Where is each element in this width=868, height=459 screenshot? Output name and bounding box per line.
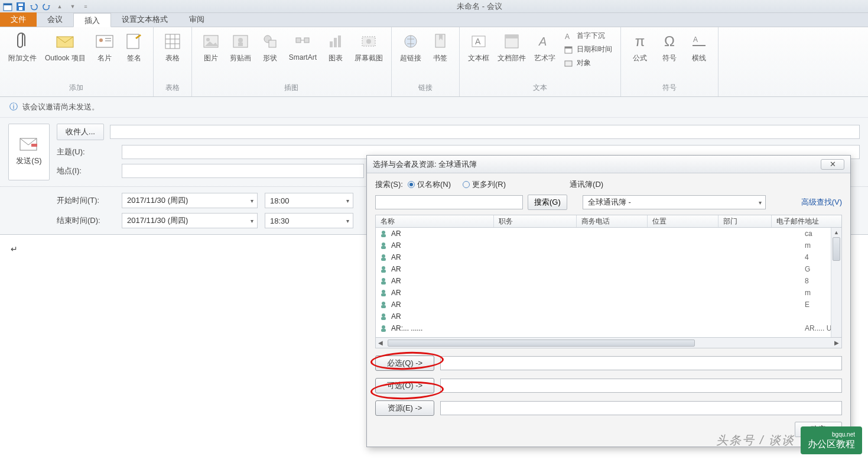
resource-input[interactable] (440, 401, 842, 415)
start-label: 开始时间(T): (57, 195, 122, 206)
hline-button[interactable]: A横线 (685, 30, 713, 66)
parts-button[interactable]: 文档部件 (494, 30, 529, 66)
start-time-select[interactable]: 18:00 (265, 193, 353, 208)
smartart-button[interactable]: SmartArt (285, 30, 320, 64)
envelope-icon (56, 32, 74, 51)
vertical-scrollbar[interactable]: ▲ (831, 228, 841, 337)
list-item[interactable]: AR:... ......AR..... US (376, 322, 841, 334)
col-title[interactable]: 职务 (494, 215, 577, 227)
svg-rect-63 (381, 329, 386, 332)
list-item[interactable]: AR (376, 311, 841, 322)
svg-rect-49 (381, 246, 386, 249)
tab-meeting[interactable]: 会议 (37, 12, 73, 27)
bookmark-button[interactable]: 书签 (426, 30, 454, 66)
search-input[interactable] (375, 195, 523, 209)
qat-overflow-icon[interactable]: ≡ (80, 1, 91, 12)
table-button[interactable]: 表格 (158, 30, 187, 66)
svg-rect-23 (296, 38, 301, 43)
required-input[interactable] (440, 356, 842, 370)
list-item[interactable]: ARG (376, 263, 841, 275)
svg-text:A: A (538, 35, 547, 48)
shapes-button[interactable]: 形状 (256, 30, 284, 66)
col-name[interactable]: 名称 (376, 215, 494, 227)
svg-point-56 (382, 290, 385, 293)
tab-review[interactable]: 审阅 (178, 12, 215, 27)
start-date-select[interactable]: 2017/11/30 (周四) (122, 193, 258, 208)
calendar-icon[interactable] (2, 1, 13, 12)
title-bar: ▲ ▼ ≡ 未命名 - 会议 (0, 0, 868, 13)
list-item[interactable]: ARca (376, 228, 841, 240)
end-date-select[interactable]: 2017/11/30 (周四) (122, 213, 258, 228)
end-time-select[interactable]: 18:30 (265, 213, 353, 228)
resource-button[interactable]: 资源(E) -> (375, 400, 434, 416)
name-only-radio[interactable]: 仅名称(N) (408, 179, 451, 190)
signature-button[interactable]: 签名 (120, 30, 148, 66)
col-dept[interactable]: 部门 (719, 215, 772, 227)
col-bphone[interactable]: 商务电话 (577, 215, 648, 227)
svg-rect-45 (31, 144, 37, 147)
ribbon-tabs: 文件 会议 插入 设置文本格式 审阅 (0, 13, 868, 27)
tab-format[interactable]: 设置文本格式 (111, 12, 178, 27)
svg-rect-9 (105, 40, 111, 41)
datetime-button[interactable]: 日期和时间 (560, 43, 616, 56)
outlook-item-button[interactable]: Outlook 项目 (41, 30, 89, 66)
list-item[interactable]: ARm (376, 240, 841, 251)
results-list[interactable]: ARcaARmAR4ARGAR8ARmAREARAR:... ......AR.… (375, 228, 842, 338)
attach-file-button[interactable]: 附加文件 (5, 30, 40, 66)
down-icon[interactable]: ▼ (67, 1, 78, 12)
list-item[interactable]: AR8 (376, 275, 841, 287)
undo-icon[interactable] (28, 1, 39, 12)
equation-button[interactable]: π公式 (626, 30, 654, 66)
screenshot-button[interactable]: 屏幕截图 (351, 30, 386, 66)
svg-rect-57 (381, 293, 386, 296)
redo-icon[interactable] (41, 1, 52, 12)
advanced-find-link[interactable]: 高级查找(V) (801, 197, 842, 208)
up-icon[interactable]: ▲ (54, 1, 65, 12)
list-item[interactable]: AR4 (376, 251, 841, 263)
symbol-button[interactable]: Ω符号 (655, 30, 684, 66)
hyperlink-button[interactable]: 超链接 (396, 30, 425, 66)
send-button[interactable]: 发送(S) (8, 124, 50, 180)
dialog-title: 选择与会者及资源: 全球通讯簿 (373, 159, 477, 170)
more-columns-radio[interactable]: 更多列(R) (463, 179, 506, 190)
required-button[interactable]: 必选(Q) -> (375, 355, 434, 371)
location-input[interactable] (122, 164, 364, 178)
svg-rect-11 (165, 34, 180, 49)
list-item[interactable]: ARE (376, 299, 841, 311)
addressbook-select[interactable]: 全球通讯簿 - (583, 195, 766, 209)
svg-point-48 (382, 243, 385, 246)
clipart-button[interactable]: 剪贴画 (226, 30, 255, 66)
ribbon-group-label: 文本 (533, 82, 547, 95)
col-loc[interactable]: 位置 (648, 215, 719, 227)
subject-label: 主题(U): (57, 147, 122, 157)
picture-icon (201, 32, 220, 51)
dialog-title-bar: 选择与会者及资源: 全球通讯簿 ✕ (367, 156, 850, 173)
object-button[interactable]: 对象 (560, 57, 594, 69)
search-button[interactable]: 搜索(G) (528, 195, 567, 210)
picture-button[interactable]: 图片 (197, 30, 225, 66)
recipients-input[interactable] (110, 125, 860, 139)
svg-point-17 (206, 38, 210, 41)
chart-icon (326, 32, 345, 51)
close-button[interactable]: ✕ (821, 159, 844, 170)
chart-button[interactable]: 图表 (321, 30, 350, 66)
save-icon[interactable] (15, 1, 26, 12)
optional-input[interactable] (440, 379, 842, 393)
ribbon-group-label: 符号 (662, 82, 677, 95)
optional-button[interactable]: 可选(O) -> (375, 378, 434, 393)
svg-text:A: A (475, 37, 481, 46)
user-icon (379, 312, 388, 321)
wordart-button[interactable]: A艺术字 (531, 30, 559, 66)
dropcap-button[interactable]: A首字下沉 (560, 30, 609, 42)
list-item[interactable]: ARm (376, 287, 841, 299)
horizontal-scrollbar[interactable]: ◀▶ (375, 338, 842, 348)
textbox-button[interactable]: A文本框 (464, 30, 493, 66)
watermark-badge: bgqu.net 办公区教程 (801, 426, 862, 454)
tab-insert[interactable]: 插入 (73, 13, 111, 27)
col-email[interactable]: 电子邮件地址 (772, 215, 841, 227)
recipients-button[interactable]: 收件人... (57, 124, 104, 140)
user-icon (379, 277, 388, 285)
user-icon (379, 300, 388, 309)
business-card-button[interactable]: 名片 (90, 30, 119, 66)
tab-file[interactable]: 文件 (0, 12, 37, 27)
